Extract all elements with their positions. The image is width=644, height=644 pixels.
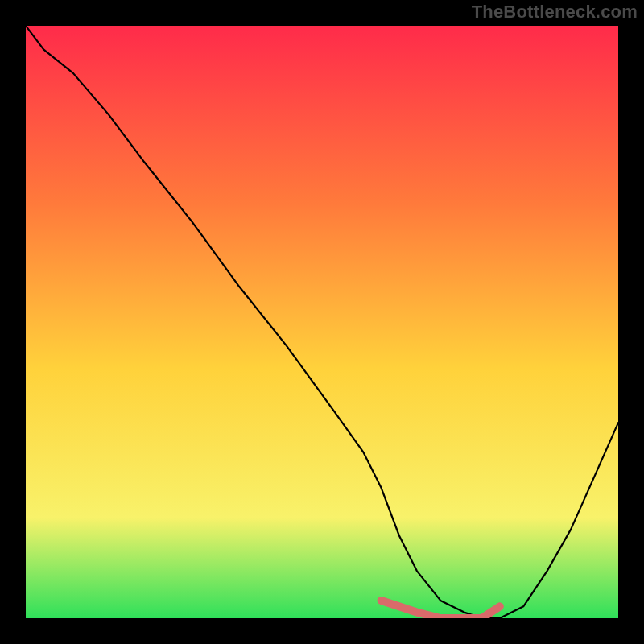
plot-area [26,26,618,618]
chart-frame: TheBottleneck.com [0,0,644,644]
watermark-text: TheBottleneck.com [472,2,638,23]
gradient-background [26,26,618,618]
bottleneck-chart [26,26,618,618]
